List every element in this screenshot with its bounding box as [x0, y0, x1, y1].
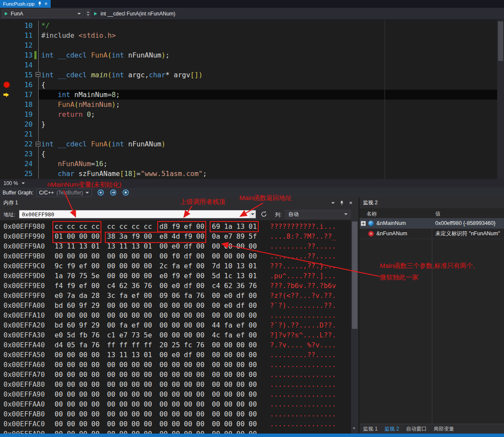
code-line[interactable]: 15int __cdecl main(int argc,char* argv[]… — [0, 70, 497, 80]
code-line[interactable]: 11#include <stdio.h> — [0, 30, 497, 40]
code-text[interactable]: #include <stdio.h> — [38, 30, 497, 40]
breakpoint-gutter[interactable] — [0, 40, 14, 50]
buffer-graph-dropdown[interactable]: C/C++ (TextBuffer) — [36, 188, 92, 197]
code-line[interactable]: 18 FunA(nMainNum); — [0, 100, 497, 109]
breakpoint-gutter[interactable] — [0, 139, 14, 149]
memory-hex-bytes[interactable]: 00000000000000000000000000000000 — [55, 389, 270, 399]
code-text[interactable]: */ — [38, 21, 497, 30]
buffer-graph-tool-icon-3[interactable] — [122, 189, 129, 196]
watch-value[interactable]: 0x00eff980 {-858993460} — [435, 218, 495, 228]
memory-row[interactable]: 0x00EFFA40d405fa76ffffffff2025fc76000000… — [0, 340, 351, 350]
column-divider[interactable] — [432, 218, 432, 424]
breakpoint-gutter[interactable] — [0, 149, 14, 159]
memory-hex-bytes[interactable]: 00000000000000000000000000000000 — [55, 419, 270, 429]
breakpoint-gutter[interactable] — [0, 70, 14, 80]
code-text[interactable] — [38, 129, 497, 139]
code-text[interactable] — [38, 40, 497, 50]
memory-hex-bytes[interactable]: 000000000000000000f0df0000000000 — [55, 251, 270, 261]
memory-hex-bytes[interactable]: 00000000000000000000000000000000 — [55, 429, 270, 434]
code-line[interactable]: 13int __cdecl FunA(int nFunANum); — [0, 50, 497, 60]
scrollbar-thumb[interactable] — [352, 222, 357, 329]
memory-row[interactable]: 0x00EFFA20bd609f2900faef000000000044faef… — [0, 320, 351, 330]
watch-tab-监视2[interactable]: 监视 2 — [385, 425, 399, 433]
pin-icon[interactable] — [340, 200, 344, 206]
member-dropdown[interactable]: int __cdecl FunA(int nFunANum) — [94, 9, 175, 18]
breakpoint-gutter[interactable] — [0, 100, 14, 109]
scrollbar-thumb[interactable] — [498, 21, 503, 61]
code-line[interactable]: 23{ — [0, 149, 497, 159]
fold-collapse-box[interactable] — [36, 72, 40, 77]
memory-row[interactable]: 0x00EFFA60000000000000000000000000000000… — [0, 360, 351, 370]
memory-row[interactable]: 0x00EFFA50000000001311130100e0df00000000… — [0, 350, 351, 360]
code-line[interactable]: 10*/ — [0, 21, 497, 30]
code-editor[interactable]: 10*/11#include <stdio.h>1213int __cdecl … — [0, 20, 497, 179]
code-text[interactable]: { — [38, 149, 497, 159]
code-text[interactable]: int __cdecl FunA(int nFunANum) — [38, 139, 497, 149]
address-input[interactable]: 0x00EFF980 — [19, 210, 256, 218]
code-text[interactable]: return 0; — [38, 109, 497, 119]
memory-row[interactable]: 0x00EFFA80000000000000000000000000000000… — [0, 379, 351, 389]
code-line[interactable]: 21 — [0, 129, 497, 139]
breakpoint-gutter[interactable] — [0, 109, 14, 119]
code-text[interactable]: int __cdecl main(int argc,char* argv[]) — [38, 70, 497, 80]
memory-hex-bytes[interactable]: e05dfb76c1e7735e000000004cfaef00 — [55, 330, 270, 340]
spinner-down-icon[interactable] — [87, 14, 89, 16]
memory-row[interactable]: 0x00EFFA70000000000000000000000000000000… — [0, 370, 351, 379]
memory-row[interactable]: 0x00EFF9C09cf9ef00000000002cfaef007d1013… — [0, 261, 351, 271]
breakpoint-gutter[interactable] — [0, 169, 14, 179]
watch-name[interactable]: &nMainNum — [376, 218, 406, 228]
memory-hex-bytes[interactable]: bd609f29000000000000000000e0df00 — [55, 300, 270, 310]
code-line[interactable]: 14 — [0, 60, 497, 70]
code-text[interactable] — [38, 60, 497, 70]
memory-row[interactable]: 0x00EFF9D01a70755e00000000e0f9ef005d1c13… — [0, 271, 351, 281]
code-line[interactable]: 25 char szFunAName[18]="www.51asm.com"; — [0, 169, 497, 179]
breakpoint-gutter[interactable] — [0, 30, 14, 40]
chevron-down-icon[interactable] — [249, 210, 256, 218]
code-text[interactable]: { — [38, 80, 497, 90]
watch-value[interactable]: 未定义标识符 "nFunANum" — [435, 229, 500, 239]
code-line[interactable]: 17 int nMainNum=8; — [0, 90, 497, 100]
watch-value-column-header[interactable]: 值 — [435, 210, 440, 218]
scope-dropdown[interactable]: FunA — [2, 9, 84, 18]
pin-icon[interactable] — [38, 1, 42, 6]
memory-hex-bytes[interactable]: f4f9ef00c462367600e0df00c4623676 — [55, 281, 270, 291]
breakpoint-gutter[interactable] — [0, 50, 14, 60]
code-line[interactable]: 20} — [0, 119, 497, 129]
columns-dropdown[interactable]: 自动 — [285, 210, 351, 218]
refresh-icon[interactable] — [260, 211, 267, 218]
navbar-spinner[interactable] — [85, 9, 91, 18]
code-line[interactable]: 24 nFunANum=16; — [0, 159, 497, 169]
watch-tab-自动窗口[interactable]: 自动窗口 — [406, 425, 427, 433]
memory-window-titlebar[interactable]: 内存 1 × — [0, 197, 358, 208]
window-menu-icon[interactable] — [331, 202, 335, 204]
memory-hex-bytes[interactable]: 00000000000000000000000000000000 — [55, 370, 270, 379]
breakpoint-gutter[interactable] — [0, 60, 14, 70]
fold-collapse-box[interactable] — [36, 142, 40, 146]
memory-row[interactable]: 0x00EFFAA0000000000000000000000000000000… — [0, 399, 351, 409]
memory-hex-bytes[interactable]: 00000000000000000000000000000000 — [55, 379, 270, 389]
code-line[interactable]: 16{ — [0, 80, 497, 90]
breakpoint-gutter[interactable] — [0, 159, 14, 169]
memory-row[interactable]: 0x00EFF9F0e07ada283cfaef000906fa7600e0df… — [0, 291, 351, 300]
memory-row[interactable]: 0x00EFFA10000000000000000000000000000000… — [0, 310, 351, 320]
code-text[interactable]: int nMainNum=8; — [38, 90, 497, 100]
memory-hex-bytes[interactable]: d405fa76ffffffff2025fc7600000000 — [55, 340, 270, 350]
memory-hex-bytes[interactable]: 9cf9ef00000000002cfaef007d101301 — [55, 261, 270, 271]
memory-hex-bytes[interactable]: bd609f2900faef000000000044faef00 — [55, 320, 270, 330]
close-icon[interactable]: × — [349, 200, 352, 206]
watch-tab-局部变量[interactable]: 局部变量 — [434, 425, 454, 433]
memory-hex-bytes[interactable]: 00000000000000000000000000000000 — [55, 310, 270, 320]
memory-row[interactable]: 0x00EFF9B0000000000000000000f0df00000000… — [0, 251, 351, 261]
code-text[interactable]: int __cdecl FunA(int nFunANum); — [38, 50, 497, 60]
code-text[interactable]: FunA(nMainNum); — [38, 100, 497, 109]
memory-hex-bytes[interactable]: 000000001311130100e0df0000000000 — [55, 350, 270, 360]
memory-row[interactable]: 0x00EFFAD0000000000000000000000000000000… — [0, 429, 351, 434]
code-line[interactable]: 22int __cdecl FunA(int nFunANum) — [0, 139, 497, 149]
memory-row[interactable]: 0x00EFF9E0f4f9ef00c462367600e0df00c46236… — [0, 281, 351, 291]
buffer-graph-tool-icon-1[interactable] — [97, 189, 104, 196]
close-icon[interactable]: × — [45, 1, 48, 6]
watch-name-column-header[interactable]: 名称 — [367, 210, 377, 218]
memory-row[interactable]: 0x00EFFAC0000000000000000000000000000000… — [0, 419, 351, 429]
breakpoint-gutter[interactable] — [0, 129, 14, 139]
memory-row[interactable]: 0x00EFFAB0000000000000000000000000000000… — [0, 409, 351, 419]
